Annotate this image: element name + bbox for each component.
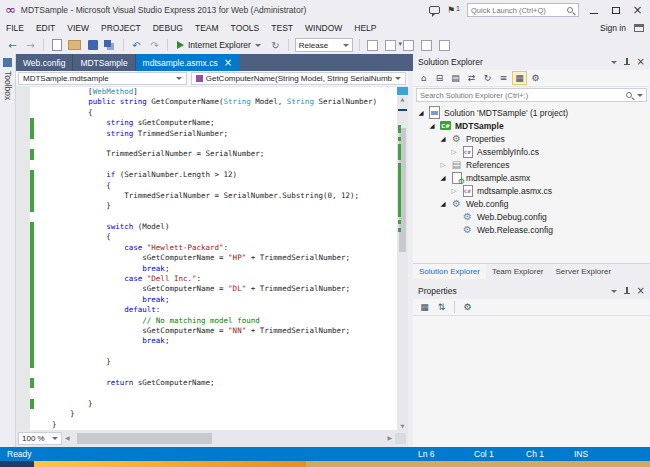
windows-taskbar[interactable]	[0, 461, 650, 467]
outdent-icon[interactable]	[436, 37, 453, 53]
code-line[interactable]: case "Dell Inc.":	[30, 274, 397, 284]
code-line[interactable]	[30, 368, 397, 378]
save-all-icon[interactable]	[102, 37, 119, 53]
collapse-all-icon[interactable]: ⊟	[432, 71, 447, 85]
notifications-flag-icon[interactable]: ⚑ 1	[447, 5, 460, 15]
types-dropdown[interactable]: MDTSample.mdtsample	[18, 72, 187, 85]
close-icon[interactable]: ×	[637, 286, 645, 296]
code-line[interactable]: public string GetComputerName(String Mod…	[30, 97, 397, 107]
expanded-arrow-icon[interactable]: ◢	[439, 135, 447, 143]
start-debug-button[interactable]: Internet Explorer	[172, 37, 266, 53]
code-line[interactable]: // No matching model found	[30, 316, 397, 326]
panel-tab-server-explorer[interactable]: Server Explorer	[550, 264, 618, 279]
code-line[interactable]: }	[30, 420, 397, 430]
code-editor[interactable]: [WebMethod] public string GetComputerNam…	[16, 87, 408, 430]
property-pages-icon[interactable]: ⚙	[460, 300, 475, 314]
toolbox-sidebar[interactable]: Toolbox	[0, 54, 16, 447]
pin-icon[interactable]	[623, 58, 631, 66]
menu-debug[interactable]: DEBUG	[147, 20, 189, 36]
properties-header[interactable]: Properties ×	[413, 283, 650, 299]
feedback-icon[interactable]	[429, 6, 440, 14]
scroll-left-icon[interactable]: ◀	[65, 434, 70, 441]
nest-icon[interactable]: ≡	[496, 71, 511, 85]
code-line[interactable]: [WebMethod]	[30, 87, 397, 97]
code-line[interactable]: TrimmedSerialNumber = SerialNumber;	[30, 149, 397, 159]
menu-file[interactable]: FILE	[0, 20, 30, 36]
sync-icon[interactable]: ⇄	[464, 71, 479, 85]
code-line[interactable]	[30, 388, 397, 398]
code-line[interactable]	[30, 347, 397, 357]
alphabetical-icon[interactable]: ⇅	[434, 300, 449, 314]
forward-icon[interactable]	[22, 37, 39, 53]
code-line[interactable]: break;	[30, 336, 397, 346]
code-line[interactable]: return sGetComputerName;	[30, 378, 397, 388]
open-file-icon[interactable]	[66, 37, 83, 53]
menu-tools[interactable]: TOOLS	[225, 20, 266, 36]
sign-in-link[interactable]: Sign in	[596, 23, 630, 33]
minimize-button[interactable]	[586, 2, 601, 18]
expanded-arrow-icon[interactable]: ◢	[439, 200, 447, 208]
tree-item[interactable]: Web.Debug.config	[413, 210, 650, 223]
code-line[interactable]: }	[30, 409, 397, 419]
collapsed-arrow-icon[interactable]: ▷	[450, 187, 458, 195]
vertical-scrollbar[interactable]: ▲ ▼	[397, 87, 408, 430]
menu-view[interactable]: VIEW	[61, 20, 95, 36]
horizontal-scrollbar[interactable]: ◀ ▶	[65, 433, 392, 444]
code-line[interactable]: TrimmedSerialNumber = SerialNumber.Subst…	[30, 191, 397, 201]
uncomment-icon[interactable]	[400, 37, 417, 53]
show-all-files-icon[interactable]: ▦	[512, 71, 527, 85]
code-line[interactable]: break;	[30, 295, 397, 305]
tab-mdtsample-asmx-cs[interactable]: mdtsample.asmx.cs×	[136, 54, 240, 71]
close-tab-icon[interactable]: ×	[224, 58, 232, 68]
panel-tab-team-explorer[interactable]: Team Explorer	[486, 264, 550, 279]
menu-team[interactable]: TEAM	[189, 20, 225, 36]
panel-tab-solution-explorer[interactable]: Solution Explorer	[413, 264, 486, 279]
scroll-right-icon[interactable]: ▶	[387, 434, 392, 441]
code-line[interactable]: sGetComputerName = "DL" + TrimmedSerialN…	[30, 284, 397, 294]
properties-icon[interactable]: ⚙	[528, 71, 543, 85]
undo-icon[interactable]	[128, 37, 145, 53]
tree-item[interactable]: ▷mdtsample.asmx.cs	[413, 184, 650, 197]
refresh-icon[interactable]: ↻	[480, 71, 495, 85]
expanded-arrow-icon[interactable]: ◢	[428, 122, 436, 130]
collapsed-arrow-icon[interactable]: ▷	[439, 161, 447, 169]
expanded-arrow-icon[interactable]: ◢	[439, 174, 447, 182]
code-line[interactable]: if (SerialNumber.Length > 12)	[30, 170, 397, 180]
menu-test[interactable]: TEST	[265, 20, 299, 36]
scrollbar-thumb[interactable]	[77, 433, 212, 444]
code-line[interactable]: case "Hewlett-Packard":	[30, 243, 397, 253]
back-icon[interactable]	[4, 37, 21, 53]
pending-changes-icon[interactable]: ▤	[448, 71, 463, 85]
code-line[interactable]: default:	[30, 305, 397, 315]
quick-launch-search[interactable]	[467, 3, 579, 17]
solution-search[interactable]	[413, 87, 650, 104]
code-line[interactable]: string TrimmedSerialNumber;	[30, 129, 397, 139]
window-position-icon[interactable]	[611, 290, 617, 293]
tree-item[interactable]: Web.Release.config	[413, 223, 650, 236]
comment-icon[interactable]	[382, 37, 399, 53]
code-line[interactable]: {	[30, 181, 397, 191]
home-icon[interactable]: ⌂	[416, 71, 431, 85]
indent-icon[interactable]	[418, 37, 435, 53]
menu-help[interactable]: HELP	[348, 20, 382, 36]
members-dropdown[interactable]: GetComputerName(String Model, String Ser…	[191, 72, 406, 85]
code-line[interactable]: {	[30, 108, 397, 118]
configuration-combo[interactable]: Release	[295, 38, 353, 52]
pin-icon[interactable]	[623, 287, 631, 295]
tree-item[interactable]: ◢MDTSample	[413, 119, 650, 132]
find-icon[interactable]	[364, 37, 381, 53]
code-line[interactable]: sGetComputerName = "NN" + TrimmedSerialN…	[30, 326, 397, 336]
code-area[interactable]: [WebMethod] public string GetComputerNam…	[30, 87, 397, 430]
code-line[interactable]: sGetComputerName = "HP" + TrimmedSerialN…	[30, 253, 397, 263]
save-icon[interactable]	[84, 37, 101, 53]
zoom-dropdown[interactable]: 100 %	[18, 432, 62, 445]
indicator-margin[interactable]	[16, 87, 30, 430]
collapsed-arrow-icon[interactable]: ▷	[450, 148, 458, 156]
scroll-down-icon[interactable]: ▼	[397, 423, 408, 429]
solution-search-input[interactable]	[420, 91, 622, 100]
new-file-icon[interactable]	[48, 37, 65, 53]
code-line[interactable]: }	[30, 399, 397, 409]
code-line[interactable]: break;	[30, 264, 397, 274]
refresh-icon[interactable]	[267, 37, 284, 53]
code-line[interactable]: string sGetComputerName;	[30, 118, 397, 128]
